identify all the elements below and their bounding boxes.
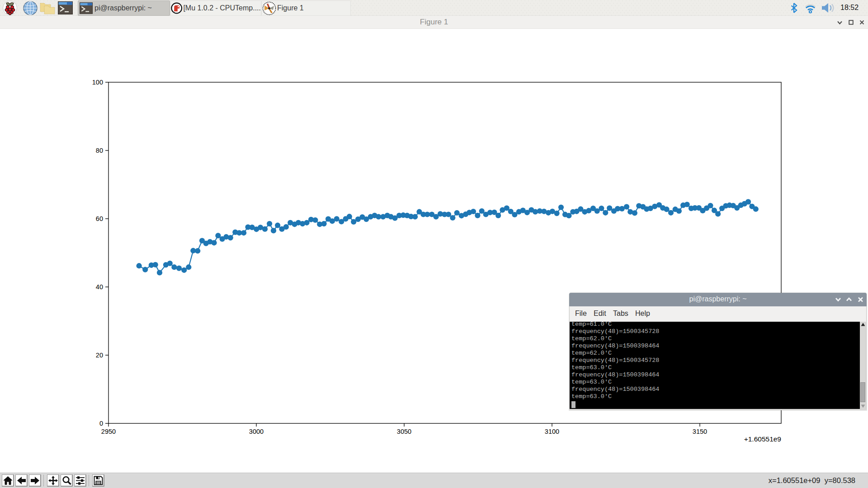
svg-text:0: 0 xyxy=(99,420,103,427)
svg-text:40: 40 xyxy=(96,283,103,291)
svg-text:3000: 3000 xyxy=(249,428,264,435)
svg-text:100: 100 xyxy=(92,79,103,86)
svg-text:80: 80 xyxy=(96,147,103,154)
svg-text:20: 20 xyxy=(96,352,103,359)
svg-text:+1.60551e9: +1.60551e9 xyxy=(744,435,781,443)
svg-text:3100: 3100 xyxy=(545,428,559,435)
svg-text:3050: 3050 xyxy=(397,428,411,435)
svg-text:3150: 3150 xyxy=(693,428,707,435)
svg-text:60: 60 xyxy=(96,215,103,222)
svg-text:2950: 2950 xyxy=(101,428,116,435)
